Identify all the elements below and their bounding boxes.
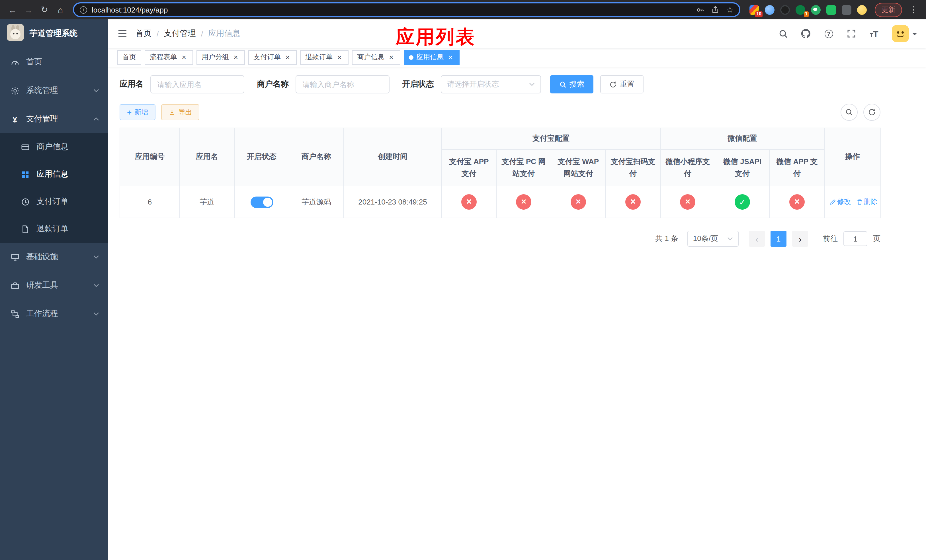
extension-icon[interactable] — [765, 5, 775, 15]
extensions-puzzle-icon[interactable] — [842, 5, 851, 15]
tab-label: 应用信息 — [416, 52, 443, 62]
tab-refund-order[interactable]: 退款订单 × — [300, 50, 348, 65]
sidebar-item-merchant-info[interactable]: 商户信息 — [0, 133, 108, 160]
search-icon[interactable] — [776, 26, 790, 41]
tab-app-info[interactable]: 应用信息 × — [404, 50, 460, 65]
goto-page-input[interactable] — [843, 231, 867, 246]
prev-page-button[interactable]: ‹ — [749, 231, 765, 247]
delete-button-label: 删除 — [864, 197, 877, 207]
reload-icon[interactable]: ↻ — [38, 3, 51, 17]
export-button-label: 导出 — [178, 107, 192, 117]
font-size-icon[interactable]: TT — [867, 26, 882, 41]
breadcrumb-item[interactable]: 支付管理 — [164, 29, 196, 39]
password-key-icon[interactable] — [696, 5, 705, 14]
page-title: 应用列表 — [396, 24, 475, 50]
user-menu[interactable] — [892, 25, 917, 42]
extension-icon[interactable] — [780, 5, 790, 15]
logo-avatar — [7, 24, 24, 43]
menu-label: 商户信息 — [36, 142, 68, 152]
github-icon[interactable] — [799, 26, 813, 41]
browser-toolbar: ← → ↻ ⌂ i localhost:1024/pay/app ☆ 10 1 … — [0, 0, 926, 20]
cell-app-name: 芋道 — [180, 186, 235, 218]
search-button[interactable]: 搜索 — [550, 75, 593, 94]
chevron-down-icon — [94, 312, 99, 316]
col-wx-app: 微信 APP 支付 — [770, 150, 825, 186]
address-bar[interactable]: i localhost:1024/pay/app ☆ — [73, 2, 740, 17]
toolbox-icon — [9, 281, 21, 290]
col-wx-jsapi: 微信 JSAPI 支付 — [715, 150, 770, 186]
forward-icon[interactable]: → — [22, 3, 35, 17]
home-icon[interactable]: ⌂ — [53, 3, 67, 17]
tab-process-form[interactable]: 流程表单 × — [145, 50, 193, 65]
menu-label: 工作流程 — [26, 309, 58, 319]
fullscreen-icon[interactable] — [844, 26, 859, 41]
col-app-id: 应用编号 — [120, 128, 180, 186]
chevron-up-icon — [94, 117, 99, 121]
tab-pay-order[interactable]: 支付订单 × — [248, 50, 297, 65]
merchant-name-input[interactable] — [295, 75, 390, 94]
extension-badge: 10 — [755, 11, 763, 17]
tab-label: 流程表单 — [150, 52, 177, 62]
toggle-search-button[interactable] — [841, 104, 858, 121]
sidebar-logo[interactable]: 芋道管理系统 — [0, 20, 108, 48]
sidebar-item-dev-tools[interactable]: 研发工具 — [0, 271, 108, 300]
reset-button[interactable]: 重置 — [600, 75, 643, 94]
wechat-extension-icon[interactable] — [811, 5, 821, 15]
active-dot — [409, 55, 413, 59]
extension-badge: 1 — [804, 11, 809, 17]
tab-home[interactable]: 首页 — [117, 50, 141, 65]
sidebar-item-pay-order[interactable]: 支付订单 — [0, 188, 108, 215]
sidebar-item-payment[interactable]: ¥ 支付管理 — [0, 105, 108, 133]
sidebar-item-system[interactable]: 系统管理 — [0, 76, 108, 105]
hamburger-icon[interactable] — [117, 29, 127, 38]
menu-label: 研发工具 — [26, 280, 58, 291]
app-table: 应用编号 应用名 开启状态 商户名称 创建时间 支付宝配置 微信配置 操作 支付… — [120, 128, 881, 218]
bookmark-star-icon[interactable]: ☆ — [726, 6, 734, 14]
export-button[interactable]: 导出 — [161, 104, 199, 120]
screen: ← → ↻ ⌂ i localhost:1024/pay/app ☆ 10 1 … — [0, 0, 926, 560]
site-info-icon[interactable]: i — [80, 6, 87, 14]
browser-update-button[interactable]: 更新 — [875, 3, 902, 17]
back-icon[interactable]: ← — [6, 3, 20, 17]
close-icon[interactable]: × — [232, 53, 240, 61]
status-toggle[interactable] — [250, 196, 273, 207]
app-name-input[interactable] — [150, 75, 244, 94]
cell-merchant: 芋道源码 — [289, 186, 344, 218]
profile-avatar-icon[interactable] — [857, 5, 867, 15]
extension-icon[interactable]: 10 — [749, 5, 759, 15]
alipay-qr-status-icon — [625, 194, 641, 210]
extension-icon[interactable]: 1 — [796, 5, 805, 15]
close-icon[interactable]: × — [446, 53, 454, 61]
add-button[interactable]: + 新增 — [120, 104, 156, 120]
clock-icon — [20, 197, 31, 206]
breadcrumb-item[interactable]: 首页 — [136, 29, 151, 39]
delete-button[interactable]: 删除 — [856, 197, 877, 207]
total-count: 共 1 条 — [655, 233, 678, 244]
sidebar-item-app-info[interactable]: 应用信息 — [0, 160, 108, 188]
menu-label: 支付管理 — [26, 114, 58, 124]
tab-label: 首页 — [123, 52, 136, 62]
close-icon[interactable]: × — [336, 53, 343, 61]
browser-menu-icon[interactable]: ⋮ — [906, 3, 920, 17]
close-icon[interactable]: × — [387, 53, 395, 61]
tab-merchant-info[interactable]: 商户信息 × — [352, 50, 400, 65]
refresh-button[interactable] — [863, 104, 881, 121]
chevron-down-icon — [94, 89, 99, 92]
sidebar-item-workflow[interactable]: 工作流程 — [0, 300, 108, 328]
next-page-button[interactable]: › — [792, 231, 808, 247]
share-icon[interactable] — [711, 6, 720, 14]
help-icon[interactable]: ? — [821, 26, 836, 41]
status-select[interactable]: 请选择开启状态 — [441, 75, 541, 94]
close-icon[interactable]: × — [284, 53, 292, 61]
page-number-button[interactable]: 1 — [770, 231, 787, 247]
edit-button[interactable]: 修改 — [830, 197, 851, 207]
app-title: 芋道管理系统 — [30, 29, 77, 39]
sidebar: 芋道管理系统 首页 系统管理 ¥ 支付管理 — [0, 20, 108, 560]
sidebar-item-infrastructure[interactable]: 基础设施 — [0, 243, 108, 271]
page-size-select[interactable]: 10条/页 — [687, 231, 738, 247]
sidebar-item-refund-order[interactable]: 退款订单 — [0, 215, 108, 243]
sidebar-item-home[interactable]: 首页 — [0, 48, 108, 76]
close-icon[interactable]: × — [180, 53, 188, 61]
extension-icon[interactable] — [826, 5, 836, 15]
tab-user-group[interactable]: 用户分组 × — [197, 50, 245, 65]
